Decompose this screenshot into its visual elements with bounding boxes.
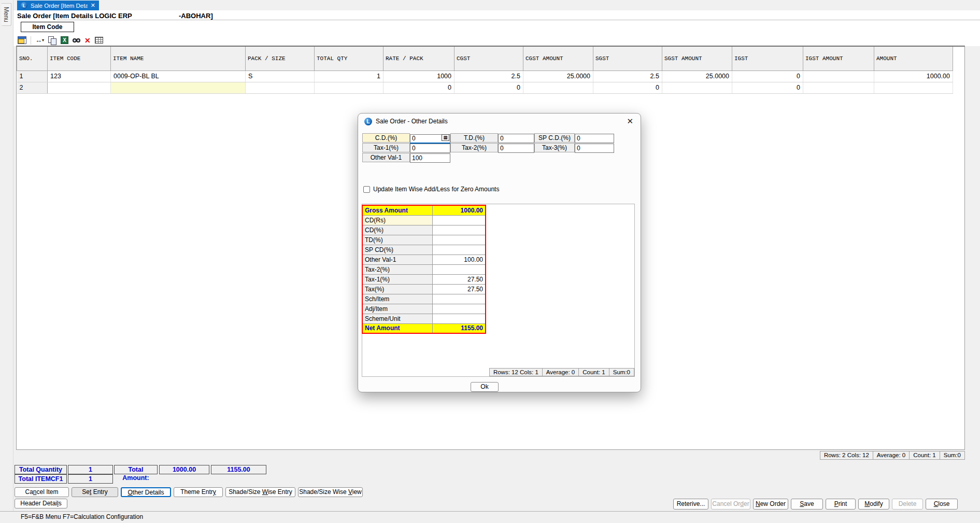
col-header-igst-amount[interactable]: IGST AMOUNT [803, 47, 874, 70]
col-header-cgst-amount[interactable]: CGST AMOUNT [523, 47, 593, 70]
cell-rate-pack[interactable]: 1000 [384, 70, 455, 82]
copy-icon[interactable] [48, 36, 56, 45]
tax3-pct-input[interactable] [575, 144, 614, 153]
column-width-icon[interactable]: ↔▾ [35, 36, 44, 44]
cell-amount[interactable] [874, 82, 953, 93]
cell-sgst[interactable]: 2.5 [593, 70, 662, 82]
cell-cgst[interactable]: 0 [455, 82, 523, 93]
cell-pack-size[interactable]: S [246, 70, 315, 82]
excel-export-icon[interactable]: X [61, 36, 68, 44]
tax1-pct-field[interactable] [410, 143, 450, 152]
summary-value[interactable] [432, 304, 486, 314]
cell-item-code[interactable] [48, 82, 111, 93]
summary-value[interactable] [432, 294, 486, 304]
new-order-button[interactable]: New Order [753, 499, 788, 510]
summary-label[interactable]: Sch/Item [362, 294, 432, 304]
find-icon[interactable] [73, 38, 80, 43]
col-header-sno[interactable]: SNO. [17, 47, 48, 70]
summary-label[interactable]: SP CD(%) [362, 245, 432, 255]
cell-igst[interactable]: 0 [732, 82, 803, 93]
col-header-igst[interactable]: IGST [732, 47, 803, 70]
col-header-cgst[interactable]: CGST [455, 47, 523, 70]
cell-cgst[interactable]: 2.5 [455, 70, 523, 82]
cell-amount[interactable]: 1000.00 [874, 70, 953, 82]
sp-cd-pct-field[interactable] [575, 133, 614, 143]
header-details-button[interactable]: Header Details [15, 499, 67, 508]
cell-sgst-amount[interactable] [662, 82, 732, 93]
preview-icon[interactable] [18, 36, 26, 44]
cell-cgst-amount[interactable] [523, 82, 593, 93]
summary-value[interactable]: 27.50 [432, 284, 486, 294]
summary-value[interactable] [432, 264, 486, 274]
theme-entry-button[interactable]: Theme Entry [174, 487, 223, 497]
other-val1-input[interactable] [410, 153, 450, 163]
cell-item-name-active[interactable] [111, 82, 246, 93]
summary-value[interactable] [432, 314, 486, 323]
sp-cd-pct-input[interactable] [575, 134, 614, 143]
cell-pack-size[interactable] [246, 82, 315, 93]
menu-tab[interactable]: Menu [2, 3, 11, 26]
summary-value[interactable] [432, 215, 486, 225]
tax1-pct-input[interactable] [410, 144, 450, 153]
cell-total-qty[interactable] [315, 82, 384, 93]
cell-cgst-amount[interactable]: 25.0000 [523, 70, 593, 82]
summary-value[interactable]: 1155.00 [432, 323, 486, 333]
cancel-item-button[interactable]: Cancel Item [15, 487, 69, 497]
cell-rate-pack[interactable]: 0 [384, 82, 455, 93]
col-header-item-name[interactable]: ITEM NAME [111, 47, 246, 70]
shade-size-wise-entry-button[interactable]: Shade/Size Wise Entry [225, 487, 295, 497]
col-header-total-qty[interactable]: TOTAL QTY [315, 47, 384, 70]
retrieve-button[interactable]: Reterive... [673, 499, 708, 510]
save-button[interactable]: Save [791, 499, 823, 510]
summary-label[interactable]: Net Amount [362, 323, 432, 333]
dialog-close-icon[interactable]: ✕ [627, 117, 633, 126]
cell-item-code[interactable]: 123 [48, 70, 111, 82]
summary-value[interactable] [432, 235, 486, 245]
calculator-icon[interactable]: ▦ [442, 134, 449, 141]
cell-sgst-amount[interactable]: 25.0000 [662, 70, 732, 82]
summary-label[interactable]: Tax-1(%) [362, 274, 432, 284]
tax2-pct-input[interactable] [498, 144, 534, 153]
cell-igst-amount[interactable] [803, 70, 874, 82]
col-header-sgst-amount[interactable]: SGST AMOUNT [662, 47, 732, 70]
summary-label[interactable]: CD(%) [362, 225, 432, 235]
cell-sgst[interactable]: 0 [593, 82, 662, 93]
td-pct-field[interactable] [498, 133, 534, 143]
tax2-pct-field[interactable] [498, 143, 534, 152]
col-header-rate-pack[interactable]: RATE / PACK [384, 47, 455, 70]
summary-label[interactable]: CD(Rs) [362, 215, 432, 225]
row-header[interactable]: 2 [17, 82, 48, 93]
update-itemwise-checkbox[interactable] [363, 186, 370, 193]
item-code-button[interactable]: Item Code [21, 22, 74, 32]
summary-label[interactable]: TD(%) [362, 235, 432, 245]
row-header[interactable]: 1 [17, 70, 48, 82]
set-entry-button[interactable]: Set Entry [72, 487, 118, 497]
summary-value[interactable] [432, 245, 486, 255]
summary-value[interactable] [432, 225, 486, 235]
cell-total-qty[interactable]: 1 [315, 70, 384, 82]
summary-value[interactable]: 1000.00 [432, 205, 486, 215]
modify-button[interactable]: Modify [858, 499, 889, 510]
print-button[interactable]: Print [826, 499, 856, 510]
tax3-pct-field[interactable] [575, 143, 614, 152]
summary-value[interactable]: 100.00 [432, 255, 486, 264]
summary-label[interactable]: Scheme/Unit [362, 314, 432, 323]
col-header-sgst[interactable]: SGST [593, 47, 662, 70]
cell-item-name[interactable]: 0009-OP-BL BL [111, 70, 246, 82]
cell-igst[interactable]: 0 [732, 70, 803, 82]
other-val1-field[interactable] [410, 153, 450, 162]
cd-pct-field[interactable]: ▦ [410, 133, 450, 143]
delete-icon[interactable]: ✕ [84, 37, 91, 44]
grid-icon[interactable] [95, 37, 103, 44]
cell-igst-amount[interactable] [803, 82, 874, 93]
close-button[interactable]: Close [926, 499, 958, 510]
summary-label[interactable]: Gross Amount [362, 205, 432, 215]
summary-value[interactable]: 27.50 [432, 274, 486, 284]
col-header-item-code[interactable]: ITEM CODE [48, 47, 111, 70]
tab-sale-order[interactable]: L Sale Order [Item Details L... ✕ [17, 1, 99, 10]
summary-label[interactable]: Tax-2(%) [362, 264, 432, 274]
summary-label[interactable]: Tax(%) [362, 284, 432, 294]
col-header-amount[interactable]: AMOUNT [874, 47, 953, 70]
other-details-button[interactable]: Other Details [121, 487, 171, 497]
col-header-pack-size[interactable]: PACK / SIZE [246, 47, 315, 70]
